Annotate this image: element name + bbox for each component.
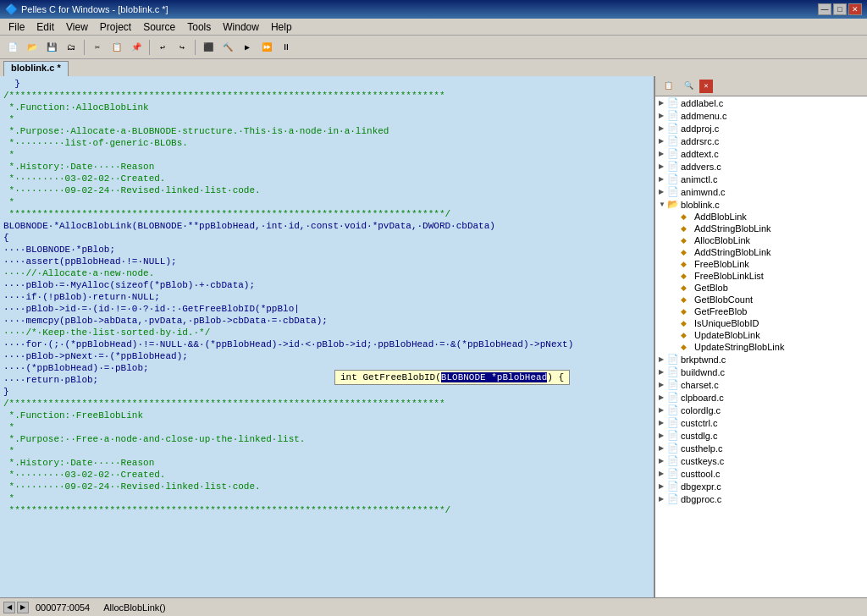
toolbar-compile[interactable]: ⬛ — [199, 38, 218, 57]
code-line: BLOBNODE·*AllocBlobLink(BLOBNODE·**ppBlo… — [3, 220, 650, 232]
code-line: ****************************************… — [3, 504, 650, 516]
tree-func-item[interactable]: ◆GetBlobCount — [655, 294, 867, 305]
tree-func-item[interactable]: ◆AllocBlobLink — [655, 234, 867, 246]
code-container: }/**************************************… — [3, 78, 650, 516]
code-line: * — [3, 492, 650, 504]
toolbar-debug[interactable]: ⏸ — [277, 38, 295, 57]
tree-file-item[interactable]: ▶📄animwnd.c — [655, 185, 867, 198]
code-line: ····pBlob·=·MyAlloc(sizeof(*pBlob)·+·cbD… — [3, 279, 650, 291]
tree-func-item[interactable]: ◆IsUniqueBlobID — [655, 317, 867, 329]
code-line: * — [3, 149, 650, 161]
toolbar-undo[interactable]: ↩ — [153, 38, 172, 57]
toolbar-sep1 — [84, 40, 85, 55]
tree-file-item[interactable]: ▶📄charset.c — [655, 378, 867, 391]
tooltip-prefix: int GetFreeBlobID( — [340, 372, 441, 382]
code-line: ····/*·Keep·the·list·sorted·by·id.·*/ — [3, 327, 650, 338]
menu-window[interactable]: Window — [218, 20, 264, 34]
tree-file-item[interactable]: ▶📄buildwnd.c — [655, 366, 867, 378]
toolbar-open[interactable]: 📂 — [23, 38, 41, 57]
toolbar-redo[interactable]: ↪ — [173, 38, 191, 57]
tree-file-item[interactable]: ▶📄brkptwnd.c — [655, 353, 867, 366]
tooltip-highlight: BLOBNODE *pBlobHead — [441, 372, 547, 382]
tree-file-item[interactable]: ▶📄custkeys.c — [655, 454, 867, 467]
tree-func-item[interactable]: ◆GetFreeBlob — [655, 305, 867, 317]
tree-file-item[interactable]: ▶📄dbgproc.c — [655, 492, 867, 505]
right-toolbar-btn1[interactable]: 📋 — [659, 77, 677, 96]
status-nav-left[interactable]: ◀ — [3, 602, 15, 613]
tree-file-item[interactable]: ▶📄colordlg.c — [655, 404, 867, 416]
tree-file-item[interactable]: ▶📄custhelp.c — [655, 442, 867, 454]
code-line: { — [3, 232, 650, 244]
right-panel: 📋 🔍 ✕ ▶📄addlabel.c▶📄addmenu.c▶📄addproj.c… — [655, 76, 867, 597]
status-nav: ◀ ▶ — [3, 602, 29, 613]
code-line: * — [3, 445, 650, 457]
editor-scroll[interactable]: }/**************************************… — [0, 76, 654, 597]
tree-file-item[interactable]: ▶📄dbgexpr.c — [655, 480, 867, 492]
status-position: 000077:0054 — [36, 602, 90, 613]
tree-func-item[interactable]: ◆UpdateBlobLink — [655, 329, 867, 341]
code-line: *.History:·Date·····Reason — [3, 457, 650, 469]
status-bar: ◀ ▶ 000077:0054 AllocBlobLink() — [0, 597, 867, 616]
menu-file[interactable]: File — [3, 20, 30, 34]
tree-file-item[interactable]: ▼📂bloblink.c — [655, 198, 867, 211]
tooltip-suffix: ) { — [547, 372, 564, 382]
tree-file-item[interactable]: ▶📄addvers.c — [655, 160, 867, 173]
tree-func-item[interactable]: ◆AddStringBlobLink — [655, 246, 867, 258]
tree-file-item[interactable]: ▶📄custctrl.c — [655, 416, 867, 429]
app-icon: 🔷 — [5, 3, 18, 15]
tree-file-item[interactable]: ▶📄addtext.c — [655, 147, 867, 160]
tree-file-item[interactable]: ▶📄clpboard.c — [655, 391, 867, 404]
code-line: *·········list·of·generic·BLOBs. — [3, 137, 650, 149]
toolbar-build[interactable]: 🔨 — [218, 38, 237, 57]
tree-file-item[interactable]: ▶📄custdlg.c — [655, 429, 867, 442]
tree-file-item[interactable]: ▶📄custtool.c — [655, 467, 867, 480]
menu-edit[interactable]: Edit — [31, 20, 59, 34]
menu-help[interactable]: Help — [266, 20, 297, 34]
maximize-button[interactable]: □ — [833, 3, 847, 15]
tree-func-item[interactable]: ◆UpdateStringBlobLink — [655, 341, 867, 353]
tree-file-item[interactable]: ▶📄addlabel.c — [655, 96, 867, 109]
right-toolbar-close[interactable]: ✕ — [699, 80, 713, 93]
toolbar-cut[interactable]: ✂ — [88, 38, 107, 57]
menu-tools[interactable]: Tools — [182, 20, 216, 34]
toolbar-run-next[interactable]: ⏩ — [257, 38, 276, 57]
tree-file-item[interactable]: ▶📄addproj.c — [655, 122, 867, 135]
code-line: /***************************************… — [3, 90, 650, 102]
close-button[interactable]: ✕ — [848, 3, 862, 15]
tree-file-item[interactable]: ▶📄animctl.c — [655, 173, 867, 185]
tree-file-item[interactable]: ▶📄addrsrc.c — [655, 135, 867, 147]
tab-label: bloblink.c * — [11, 63, 61, 73]
tree-func-item[interactable]: ◆AddBlobLink — [655, 211, 867, 223]
code-line: *·········09-02-24··Revised·linked·list·… — [3, 184, 650, 196]
window-title: Pelles C for Windows - [bloblink.c *] — [21, 4, 168, 14]
toolbar-sep2 — [149, 40, 150, 55]
toolbar-copy[interactable]: 📋 — [108, 38, 126, 57]
title-bar-left: 🔷 Pelles C for Windows - [bloblink.c *] — [5, 3, 168, 15]
code-line: ····BLOBNODE·*pBlob; — [3, 244, 650, 256]
tab-bloblink[interactable]: bloblink.c * — [3, 61, 69, 76]
code-line: } — [3, 78, 650, 90]
editor-area: }/**************************************… — [0, 76, 655, 597]
tree-func-item[interactable]: ◆FreeBlobLink — [655, 258, 867, 270]
toolbar-paste[interactable]: 📌 — [127, 38, 146, 57]
minimize-button[interactable]: — — [818, 3, 831, 15]
code-line: *.History:·Date·····Reason — [3, 161, 650, 173]
toolbar-save[interactable]: 💾 — [42, 38, 61, 57]
menu-view[interactable]: View — [61, 20, 93, 34]
tree-func-item[interactable]: ◆GetBlob — [655, 282, 867, 294]
code-line: *·········03-02-02··Created. — [3, 469, 650, 481]
menu-source[interactable]: Source — [138, 20, 180, 34]
file-tree[interactable]: ▶📄addlabel.c▶📄addmenu.c▶📄addproj.c▶📄addr… — [655, 96, 867, 597]
toolbar-run[interactable]: ▶ — [238, 38, 257, 57]
menu-project[interactable]: Project — [95, 20, 136, 34]
tree-file-item[interactable]: ▶📄addmenu.c — [655, 109, 867, 122]
toolbar-save-all[interactable]: 🗂 — [62, 38, 80, 57]
toolbar-sep3 — [195, 40, 196, 55]
right-toolbar-btn2[interactable]: 🔍 — [679, 77, 698, 96]
tree-func-item[interactable]: ◆FreeBlobLinkList — [655, 270, 867, 282]
status-nav-right[interactable]: ▶ — [17, 602, 29, 613]
tree-func-item[interactable]: ◆AddStringBlobLink — [655, 223, 867, 234]
code-line: *.Function:·FreeBlobLink — [3, 410, 650, 421]
toolbar-new[interactable]: 📄 — [3, 38, 22, 57]
code-line: *.Purpose:·Allocate·a·BLOBNODE·structure… — [3, 125, 650, 137]
